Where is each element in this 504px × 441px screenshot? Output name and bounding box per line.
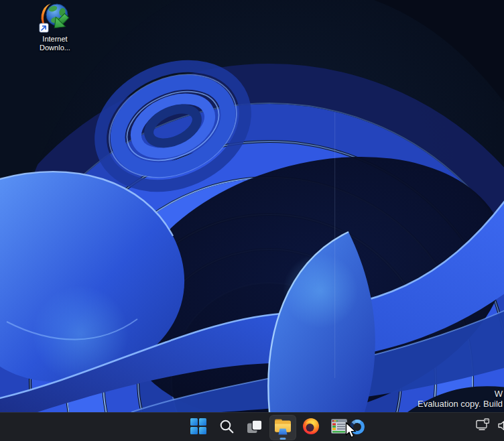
taskbar-center-icons bbox=[185, 414, 353, 441]
wallpaper-bloom bbox=[0, 0, 504, 412]
shortcut-arrow-badge bbox=[40, 23, 48, 32]
desktop-icon-label-line2: Downlo... bbox=[29, 44, 80, 52]
search-icon bbox=[219, 419, 235, 437]
desktop-icon-label-line1: Internet bbox=[29, 35, 80, 44]
idm-globe-icon bbox=[39, 1, 71, 34]
volume-icon[interactable] bbox=[498, 420, 504, 434]
firefox-icon bbox=[302, 418, 320, 438]
evaluation-watermark: W Evaluation copy. Build bbox=[418, 389, 504, 409]
idm-taskbar-button[interactable] bbox=[326, 415, 353, 440]
windows-logo-icon bbox=[190, 418, 206, 437]
file-explorer-folder-icon bbox=[273, 418, 292, 438]
start-button[interactable] bbox=[185, 415, 212, 440]
watermark-line2: Evaluation copy. Build bbox=[418, 399, 503, 409]
watermark-line1: W bbox=[418, 389, 503, 399]
firefox-button[interactable] bbox=[298, 415, 324, 440]
task-view-button[interactable] bbox=[241, 415, 268, 440]
desktop-shortcut-idm[interactable]: Internet Downlo... bbox=[29, 1, 80, 52]
task-view-icon bbox=[247, 419, 263, 437]
idm-app-window-icon bbox=[331, 419, 347, 436]
network-ethernet-icon[interactable] bbox=[476, 418, 491, 435]
taskbar bbox=[0, 412, 504, 441]
running-indicator bbox=[280, 438, 286, 440]
search-button[interactable] bbox=[213, 415, 240, 440]
desktop-screen: Internet Downlo... W Evaluation copy. Bu… bbox=[0, 0, 504, 441]
file-explorer-button[interactable] bbox=[269, 415, 296, 440]
